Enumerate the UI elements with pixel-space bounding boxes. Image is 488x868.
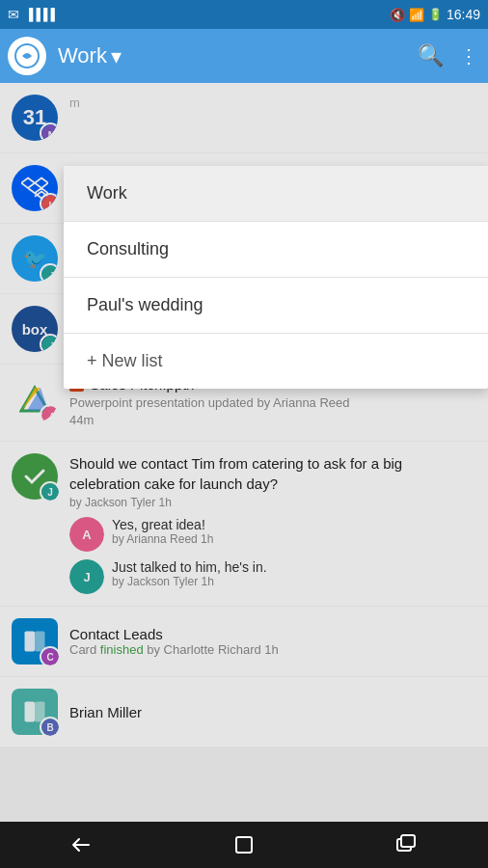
home-button[interactable] <box>163 833 326 856</box>
clock: 16:49 <box>447 7 480 22</box>
new-list-label: + New list <box>87 351 163 371</box>
content-area: 31 M m K y 🐦 J <box>0 83 488 822</box>
dropdown-arrow-icon: ▾ <box>111 44 122 69</box>
dropdown-work-label: Work <box>87 183 127 203</box>
svg-rect-10 <box>401 835 415 847</box>
app-bar-actions: 🔍 ⋮ <box>418 43 480 68</box>
mute-icon: 🔇 <box>390 8 405 22</box>
app-logo <box>8 37 46 75</box>
svg-rect-8 <box>236 837 252 853</box>
dropdown-new-list[interactable]: + New list <box>64 334 488 389</box>
search-button[interactable]: 🔍 <box>418 43 444 68</box>
dropdown-item-pauls-wedding[interactable]: Paul's wedding <box>64 278 488 333</box>
bottom-nav <box>0 822 488 868</box>
status-left: ✉ ▐▐▐▐ <box>8 7 54 22</box>
dropdown-menu: Work Consulting Paul's wedding + New lis… <box>64 166 488 389</box>
dropdown-consulting-label: Consulting <box>87 239 169 259</box>
status-bar: ✉ ▐▐▐▐ 🔇 📶 🔋 16:49 <box>0 0 488 29</box>
app-bar-title[interactable]: Work ▾ <box>58 42 418 69</box>
battery-icon: 🔋 <box>428 8 443 21</box>
dropdown-pauls-wedding-label: Paul's wedding <box>87 295 203 315</box>
email-icon: ✉ <box>8 7 19 22</box>
app-bar: Work ▾ 🔍 ⋮ <box>0 29 488 83</box>
wifi-icon: 📶 <box>409 8 424 22</box>
back-button[interactable] <box>0 833 163 856</box>
recents-button[interactable] <box>325 833 488 856</box>
more-options-button[interactable]: ⋮ <box>459 44 480 68</box>
dropdown-item-work[interactable]: Work <box>64 166 488 221</box>
title-text: Work <box>58 43 107 68</box>
status-right: 🔇 📶 🔋 16:49 <box>390 7 480 22</box>
dropdown-item-consulting[interactable]: Consulting <box>64 222 488 277</box>
signal-icon: ▐▐▐▐ <box>25 8 54 21</box>
